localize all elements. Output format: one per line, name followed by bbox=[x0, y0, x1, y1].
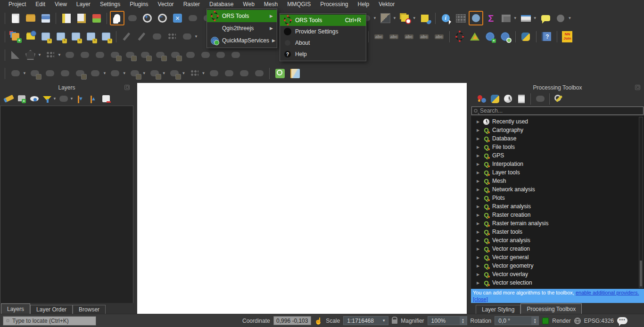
toolbox-category-vector-analysis[interactable]: ▶Vector analysis bbox=[471, 236, 644, 245]
magnifier-spinner[interactable]: 100% ▲▼ bbox=[428, 316, 467, 325]
menu-item-quickmapservices[interactable]: QuickMapServices▶ bbox=[207, 34, 277, 47]
new-virtual-layer-icon[interactable] bbox=[54, 30, 67, 43]
expand-all-icon[interactable] bbox=[75, 93, 87, 105]
new-geometry-layer-icon[interactable] bbox=[99, 30, 113, 43]
toolbox-category-vector-overlay[interactable]: ▶Vector overlay bbox=[471, 270, 644, 278]
toolbox-search-box[interactable] bbox=[471, 106, 644, 115]
rotate-label-icon[interactable] bbox=[417, 30, 431, 43]
menu-item-ors-tools[interactable]: ORS ToolsCtrl+R bbox=[280, 15, 366, 26]
map-tips-icon[interactable] bbox=[539, 11, 553, 25]
move-feature-icon[interactable] bbox=[43, 48, 57, 62]
menu-layer[interactable]: Layer bbox=[72, 0, 95, 8]
locator-input[interactable] bbox=[12, 318, 93, 324]
crs-globe-icon[interactable] bbox=[574, 318, 581, 324]
menu-item-qgis2threejs[interactable]: Qgis2threejs▶ bbox=[207, 22, 277, 34]
digitize-shape-icon[interactable] bbox=[24, 48, 37, 62]
expand-arrow-icon[interactable]: ▶ bbox=[477, 204, 480, 209]
vertex-tool-icon[interactable] bbox=[180, 30, 194, 43]
show-statistics-icon[interactable] bbox=[484, 11, 498, 25]
split-parts-icon[interactable] bbox=[214, 48, 228, 62]
toolbox-category-raster-creation[interactable]: ▶Raster creation bbox=[471, 211, 644, 219]
toolbox-category-file-tools[interactable]: ▶File tools bbox=[471, 143, 644, 151]
fill-ring-icon[interactable] bbox=[124, 48, 137, 62]
blend-d-icon[interactable] bbox=[222, 66, 236, 80]
add-group-icon[interactable] bbox=[16, 93, 27, 105]
toolbox-category-clipped[interactable]: ▶ bbox=[471, 287, 644, 289]
run-feature-action-icon[interactable] bbox=[554, 11, 568, 25]
expand-arrow-icon[interactable]: ▶ bbox=[477, 162, 480, 166]
new-print-layout-icon[interactable] bbox=[59, 11, 73, 25]
hatch-icon[interactable] bbox=[252, 66, 266, 80]
menu-vektor[interactable]: Vektor bbox=[374, 0, 399, 8]
toolbox-category-database[interactable]: ▶Database bbox=[471, 134, 644, 143]
spin-arrows-icon[interactable]: ▲▼ bbox=[460, 317, 467, 325]
qgis2threejs-icon[interactable] bbox=[468, 30, 482, 43]
dropdown-arrow-icon[interactable]: ▼ bbox=[123, 71, 126, 75]
models-icon[interactable] bbox=[476, 93, 487, 105]
rotate-point-symbols-icon[interactable] bbox=[28, 66, 42, 80]
toolbox-category-vector-selection[interactable]: ▶Vector selection bbox=[471, 278, 644, 287]
toolbox-category-cartography[interactable]: ▶Cartography bbox=[471, 126, 644, 134]
delete-ring-icon[interactable] bbox=[139, 48, 152, 62]
new-gpkg-layer-icon[interactable] bbox=[84, 30, 98, 43]
help-contents-icon[interactable] bbox=[540, 30, 553, 43]
offset-curve-icon[interactable] bbox=[184, 48, 198, 62]
dropdown-arrow-icon[interactable]: ▼ bbox=[393, 16, 396, 20]
menu-mesh[interactable]: Mesh bbox=[259, 0, 282, 8]
epsg-label[interactable]: EPSG:4326 bbox=[584, 318, 614, 324]
toolbox-category-interpolation[interactable]: ▶Interpolation bbox=[471, 160, 644, 168]
copy-move-icon[interactable] bbox=[74, 66, 87, 80]
expand-arrow-icon[interactable]: ▶ bbox=[477, 188, 480, 192]
trim-extend-icon[interactable] bbox=[43, 66, 57, 80]
toolbox-category-gps[interactable]: ▶GPS bbox=[471, 151, 644, 160]
tab-layer-styling[interactable]: Layer Styling bbox=[476, 305, 520, 314]
new-mesh-layer-icon[interactable] bbox=[69, 30, 83, 43]
menu-plugins[interactable]: Plugins bbox=[125, 0, 153, 8]
dropdown-arrow-icon[interactable]: ▼ bbox=[202, 71, 206, 75]
save-project-icon[interactable] bbox=[39, 11, 52, 25]
rotate-feature-icon[interactable] bbox=[63, 48, 77, 62]
expand-arrow-icon[interactable]: ▶ bbox=[477, 255, 480, 260]
remove-layer-icon[interactable] bbox=[100, 93, 112, 105]
blend-j1-icon[interactable] bbox=[207, 66, 221, 80]
locator-bar[interactable] bbox=[3, 316, 96, 326]
expand-arrow-icon[interactable]: ▶ bbox=[477, 281, 480, 285]
filter-legend-icon[interactable] bbox=[41, 93, 53, 105]
identify-features-icon[interactable] bbox=[439, 11, 453, 25]
expand-arrow-icon[interactable]: ▶ bbox=[477, 264, 480, 268]
new-project-icon[interactable] bbox=[8, 11, 22, 25]
lock-scale-icon[interactable] bbox=[392, 319, 397, 324]
enable-providers-link[interactable]: enable additional providers. bbox=[576, 290, 639, 295]
scale-features-icon[interactable] bbox=[168, 66, 182, 80]
expand-arrow-icon[interactable]: ▶ bbox=[477, 230, 480, 234]
open-attribute-table-stack-icon[interactable] bbox=[398, 11, 412, 25]
expand-arrow-icon[interactable]: ▶ bbox=[477, 213, 480, 217]
style-manager-icon[interactable] bbox=[90, 11, 103, 25]
toolbox-category-vector-geometry[interactable]: ▶Vector geometry bbox=[471, 262, 644, 270]
filter-by-expression-icon[interactable] bbox=[58, 93, 70, 105]
menu-item-about[interactable]: About bbox=[280, 37, 366, 49]
menu-project[interactable]: Project bbox=[4, 0, 31, 8]
digitize-with-segment-icon[interactable] bbox=[165, 30, 179, 43]
tab-layer-order[interactable]: Layer Order bbox=[30, 305, 73, 314]
dropdown-arrow-icon[interactable]: ▼ bbox=[38, 53, 41, 57]
expand-arrow-icon[interactable]: ▶ bbox=[477, 154, 480, 158]
dropdown-arrow-icon[interactable]: ▼ bbox=[533, 16, 537, 20]
expand-arrow-icon[interactable]: ▶ bbox=[477, 145, 480, 149]
open-project-icon[interactable] bbox=[24, 11, 37, 25]
add-vector-layer-icon[interactable] bbox=[24, 30, 37, 43]
tree-scrollbar[interactable] bbox=[639, 117, 643, 288]
nn-join-icon[interactable] bbox=[561, 30, 574, 43]
add-ring-icon[interactable] bbox=[93, 48, 107, 62]
osm-map-tool-icon[interactable] bbox=[288, 66, 302, 80]
quickmapservices-icon[interactable] bbox=[483, 30, 497, 43]
zoom-in-icon[interactable] bbox=[140, 11, 154, 25]
toolbox-category-layer-tools[interactable]: ▶Layer tools bbox=[471, 168, 644, 177]
move-features-icon[interactable] bbox=[108, 66, 122, 80]
tab-browser[interactable]: Browser bbox=[73, 305, 106, 314]
save-edits-icon[interactable] bbox=[150, 30, 164, 43]
manage-map-themes-icon[interactable] bbox=[28, 93, 40, 105]
edit-tools-icon[interactable] bbox=[8, 66, 22, 80]
osm-place-search-icon[interactable] bbox=[273, 66, 287, 80]
dropdown-arrow-icon[interactable]: ▼ bbox=[413, 16, 416, 20]
